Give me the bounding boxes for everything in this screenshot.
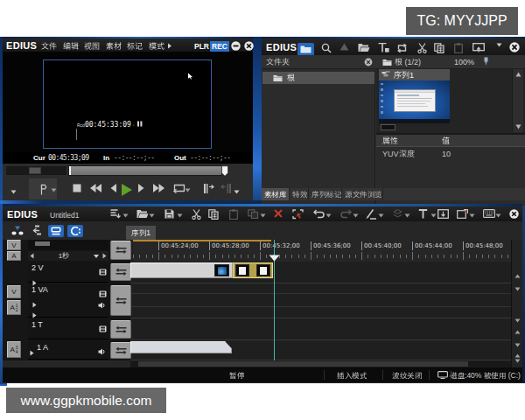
- caret-down-icon[interactable]: [234, 190, 240, 194]
- shuttle-slider[interactable]: [6, 166, 66, 175]
- caret-down-icon[interactable]: [353, 214, 359, 218]
- zoom-in-arrow-icon[interactable]: [102, 253, 107, 259]
- track-speaker-icon-3[interactable]: [98, 343, 106, 359]
- folder-tree-item-root[interactable]: [262, 72, 374, 84]
- clip-pane-scrollbar[interactable]: [512, 69, 523, 132]
- video-clip-1[interactable]: [130, 262, 233, 278]
- track-swap-button-4[interactable]: [110, 342, 131, 359]
- folder-pane-close-icon[interactable]: [364, 58, 373, 66]
- caret-down-icon[interactable]: [185, 188, 191, 192]
- timeline-close-button[interactable]: [509, 209, 519, 219]
- caret-down-icon[interactable]: [469, 214, 475, 218]
- replace-icon[interactable]: [248, 209, 259, 219]
- player-close-button[interactable]: [244, 41, 254, 51]
- open-folder-icon[interactable]: [358, 43, 370, 52]
- redo-icon[interactable]: [340, 209, 352, 219]
- clip-card-sequence1[interactable]: 1: [379, 69, 450, 123]
- cut-icon[interactable]: [192, 209, 201, 220]
- caret-down-icon[interactable]: [496, 43, 502, 47]
- track-swap-button-1[interactable]: [110, 263, 131, 281]
- set-inout-icon[interactable]: [292, 209, 304, 220]
- marker-flag-icon[interactable]: [39, 184, 47, 195]
- loop-icon[interactable]: [173, 184, 186, 193]
- channel-button-face[interactable]: V: [7, 285, 21, 298]
- mode-layers-icon[interactable]: [392, 209, 403, 219]
- copy-icon[interactable]: [208, 209, 219, 220]
- playhead-marker[interactable]: [269, 249, 280, 265]
- insert-overwrite-mode-icon[interactable]: [48, 225, 64, 237]
- stop-icon[interactable]: [73, 184, 81, 192]
- audio-select-label[interactable]: A: [7, 251, 21, 261]
- bin-tab-2[interactable]: [312, 188, 342, 200]
- copy-icon[interactable]: [434, 43, 444, 53]
- track-select-video-button[interactable]: V: [7, 240, 21, 250]
- caret-down-icon[interactable]: [177, 214, 183, 218]
- video-select-label[interactable]: V: [7, 240, 21, 250]
- shuttle-handle[interactable]: [29, 167, 41, 174]
- timecode-mode-icon[interactable]: [67, 225, 83, 237]
- pin-icon[interactable]: [482, 57, 490, 66]
- caret-down-icon[interactable]: [430, 214, 437, 218]
- player-menu-3[interactable]: [106, 42, 122, 51]
- channel-button-face[interactable]: A34: [7, 341, 21, 358]
- refresh-icon[interactable]: [396, 43, 408, 53]
- audio-clip-1[interactable]: [130, 341, 232, 354]
- new-folder-icon[interactable]: [298, 43, 314, 56]
- title-icon[interactable]: [418, 209, 428, 219]
- caret-down-icon[interactable]: [378, 214, 384, 218]
- step-back-icon[interactable]: [110, 184, 116, 192]
- va-audio-channel-button[interactable]: A12: [7, 300, 21, 315]
- cut-icon[interactable]: [417, 43, 427, 53]
- track-swap-button-2[interactable]: [110, 285, 131, 316]
- scroll-up-icon[interactable]: [515, 72, 522, 77]
- track-swap-button-3[interactable]: [110, 320, 131, 339]
- add-title-icon[interactable]: [378, 43, 389, 52]
- player-menu-2[interactable]: [84, 42, 100, 51]
- track-film-icon-2[interactable]: [99, 320, 107, 336]
- caret-down-icon[interactable]: [51, 188, 57, 192]
- track-select-audio-button[interactable]: A: [7, 251, 21, 261]
- position-bar[interactable]: [68, 165, 222, 176]
- add-cut-point-icon[interactable]: [366, 209, 376, 220]
- move-up-icon[interactable]: [340, 43, 349, 51]
- caret-down-icon[interactable]: [404, 214, 410, 218]
- new-sequence-icon[interactable]: [110, 209, 122, 219]
- video-clip-2-selected[interactable]: [233, 262, 273, 278]
- sync-mode-icon[interactable]: [11, 225, 24, 235]
- caret-down-icon[interactable]: [495, 214, 501, 218]
- set-out-icon[interactable]: [220, 184, 232, 193]
- sequence-tab[interactable]: 1: [126, 226, 156, 240]
- export-icon[interactable]: [438, 209, 449, 219]
- player-menu-1[interactable]: [63, 42, 79, 51]
- delete-icon[interactable]: [274, 209, 283, 218]
- property-row-yuv[interactable]: YUV 10: [376, 149, 525, 160]
- fast-forward-icon[interactable]: [153, 184, 164, 192]
- send-to-screen-icon[interactable]: [472, 43, 485, 52]
- bin-tab-0[interactable]: [262, 188, 290, 200]
- a-audio-channel-button[interactable]: A34: [7, 341, 21, 358]
- rewind-icon[interactable]: [90, 184, 102, 192]
- zoom-range-thumb[interactable]: [35, 242, 50, 246]
- ripple-mode-icon[interactable]: [31, 225, 42, 235]
- caret-down-icon[interactable]: [149, 214, 155, 218]
- hscroll-thumb[interactable]: [138, 361, 468, 367]
- bin-tab-3[interactable]: [345, 188, 383, 200]
- scroll-down-icon[interactable]: [515, 124, 522, 130]
- set-in-icon[interactable]: [203, 184, 214, 193]
- caret-down-icon[interactable]: [260, 214, 266, 218]
- paste-icon[interactable]: [454, 43, 463, 53]
- caret-down-icon[interactable]: [326, 214, 332, 218]
- zoom-dropdown-icon[interactable]: [94, 255, 99, 258]
- bin-tab-1[interactable]: [291, 188, 309, 200]
- track-film-icon-0[interactable]: [99, 263, 107, 279]
- plr-button[interactable]: PLR: [194, 42, 209, 51]
- paste-icon[interactable]: [229, 209, 238, 220]
- caret-down-icon[interactable]: [10, 190, 17, 194]
- player-menu-5[interactable]: [149, 42, 164, 51]
- timeline-hscroll[interactable]: [130, 360, 511, 368]
- play-icon[interactable]: [121, 184, 132, 196]
- search-icon[interactable]: [321, 43, 332, 53]
- open-project-icon[interactable]: [136, 209, 149, 219]
- undo-icon[interactable]: [313, 209, 325, 219]
- channel-button-face[interactable]: A12: [7, 300, 21, 315]
